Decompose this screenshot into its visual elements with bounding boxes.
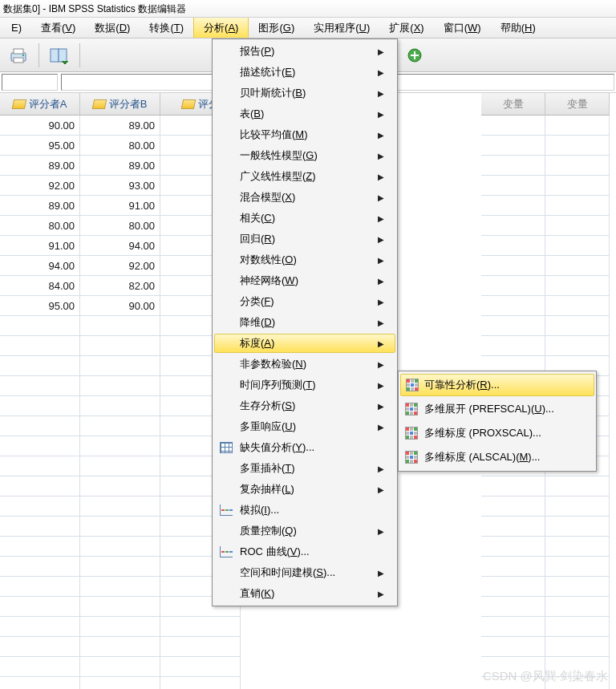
- data-cell[interactable]: [481, 617, 545, 637]
- data-cell[interactable]: [481, 336, 545, 356]
- data-cell[interactable]: [0, 577, 80, 597]
- data-cell[interactable]: [0, 476, 80, 496]
- menu-analyze[interactable]: 分析(A): [193, 18, 249, 38]
- column-header[interactable]: 评分者B: [80, 93, 160, 116]
- add-button[interactable]: [407, 43, 423, 68]
- data-cell[interactable]: [0, 396, 80, 416]
- column-header[interactable]: 评分者A: [0, 93, 80, 116]
- menu-item[interactable]: 标度(A)▶: [214, 334, 395, 353]
- data-cell[interactable]: [160, 657, 241, 677]
- menu-item[interactable]: 报告(P)▶: [214, 41, 395, 62]
- data-cell[interactable]: [481, 196, 545, 216]
- data-cell[interactable]: [481, 657, 545, 677]
- data-cell[interactable]: [545, 136, 610, 156]
- menu-item[interactable]: 神经网络(W)▶: [214, 270, 395, 291]
- data-cell[interactable]: [481, 496, 545, 517]
- data-cell[interactable]: 91.00: [0, 236, 80, 256]
- data-cell[interactable]: 95.00: [0, 296, 80, 316]
- data-cell[interactable]: [545, 336, 610, 356]
- menu-item[interactable]: 降维(D)▶: [214, 312, 395, 333]
- data-cell[interactable]: [0, 436, 80, 456]
- menu-item[interactable]: 复杂抽样(L)▶: [214, 479, 395, 500]
- data-cell[interactable]: [545, 517, 610, 537]
- menu-item[interactable]: 相关(C)▶: [214, 208, 395, 229]
- data-cell[interactable]: [545, 617, 610, 637]
- data-cell[interactable]: [481, 296, 545, 316]
- data-cell[interactable]: [0, 496, 80, 517]
- data-cell[interactable]: [0, 336, 80, 356]
- menu-item[interactable]: 生存分析(S)▶: [214, 395, 395, 416]
- data-cell[interactable]: 92.00: [80, 256, 160, 276]
- data-cell[interactable]: [80, 577, 160, 597]
- data-cell[interactable]: 89.00: [0, 196, 80, 216]
- data-cell[interactable]: 84.00: [0, 276, 80, 296]
- menu-view[interactable]: 查看(V): [31, 18, 85, 38]
- data-cell[interactable]: [545, 316, 610, 336]
- data-cell[interactable]: 89.00: [80, 156, 160, 176]
- menu-item[interactable]: 一般线性模型(G)▶: [214, 145, 395, 166]
- data-cell[interactable]: [0, 637, 80, 657]
- data-cell[interactable]: [80, 637, 160, 657]
- data-cell[interactable]: [545, 196, 610, 216]
- data-cell[interactable]: [160, 637, 241, 657]
- submenu-item[interactable]: 可靠性分析(R)...: [400, 374, 594, 396]
- data-cell[interactable]: [481, 577, 545, 597]
- menu-window[interactable]: 窗口(W): [434, 18, 491, 38]
- data-cell[interactable]: 94.00: [0, 256, 80, 276]
- data-cell[interactable]: [545, 216, 610, 236]
- menu-item[interactable]: 对数线性(O)▶: [214, 249, 395, 270]
- data-cell[interactable]: [80, 617, 160, 637]
- column-header-empty[interactable]: 变量: [481, 93, 545, 116]
- data-cell[interactable]: [481, 557, 545, 577]
- data-cell[interactable]: [545, 657, 610, 677]
- menu-data[interactable]: 数据(D): [85, 18, 140, 38]
- data-cell[interactable]: [0, 517, 80, 537]
- menu-item[interactable]: 多重插补(T)▶: [214, 458, 395, 479]
- data-cell[interactable]: [80, 436, 160, 456]
- data-cell[interactable]: [0, 657, 80, 677]
- data-cell[interactable]: [545, 637, 610, 657]
- data-cell[interactable]: [80, 356, 160, 376]
- data-cell[interactable]: [481, 537, 545, 557]
- data-cell[interactable]: [80, 456, 160, 476]
- data-cell[interactable]: [545, 116, 610, 136]
- data-cell[interactable]: [545, 256, 610, 276]
- data-cell[interactable]: [545, 557, 610, 577]
- menu-item[interactable]: 广义线性模型(Z)▶: [214, 166, 395, 187]
- submenu-item[interactable]: 多维展开 (PREFSCAL)(U)...: [400, 397, 594, 421]
- data-cell[interactable]: [545, 296, 610, 316]
- data-cell[interactable]: [481, 216, 545, 236]
- goto-case-button[interactable]: [46, 43, 73, 68]
- data-cell[interactable]: [545, 236, 610, 256]
- menu-item[interactable]: 贝叶斯统计(B)▶: [214, 83, 395, 103]
- cell-reference-box[interactable]: [2, 74, 58, 91]
- data-cell[interactable]: [481, 637, 545, 657]
- data-cell[interactable]: [160, 677, 241, 689]
- data-cell[interactable]: [0, 677, 80, 689]
- data-cell[interactable]: 90.00: [80, 296, 160, 316]
- menu-item[interactable]: 时间序列预测(T)▶: [214, 375, 395, 395]
- menu-item[interactable]: 缺失值分析(Y)...: [214, 437, 395, 458]
- data-cell[interactable]: [545, 276, 610, 296]
- data-cell[interactable]: [80, 496, 160, 517]
- menu-item[interactable]: ROC 曲线(V)...: [214, 541, 395, 562]
- data-cell[interactable]: [0, 376, 80, 396]
- data-cell[interactable]: [80, 476, 160, 496]
- submenu-item[interactable]: 多维标度 (PROXSCAL)...: [400, 421, 594, 445]
- data-cell[interactable]: 91.00: [80, 196, 160, 216]
- data-cell[interactable]: [545, 597, 610, 617]
- data-cell[interactable]: [0, 597, 80, 617]
- data-cell[interactable]: 80.00: [0, 216, 80, 236]
- data-cell[interactable]: [481, 517, 545, 537]
- data-cell[interactable]: 80.00: [80, 216, 160, 236]
- data-cell[interactable]: [0, 617, 80, 637]
- menu-item[interactable]: 模拟(I)...: [214, 500, 395, 521]
- data-cell[interactable]: 92.00: [0, 176, 80, 196]
- data-cell[interactable]: [80, 677, 160, 689]
- data-cell[interactable]: [80, 597, 160, 617]
- data-cell[interactable]: 82.00: [80, 276, 160, 296]
- data-cell[interactable]: [481, 597, 545, 617]
- data-cell[interactable]: [481, 476, 545, 496]
- data-cell[interactable]: [80, 336, 160, 356]
- data-cell[interactable]: [481, 256, 545, 276]
